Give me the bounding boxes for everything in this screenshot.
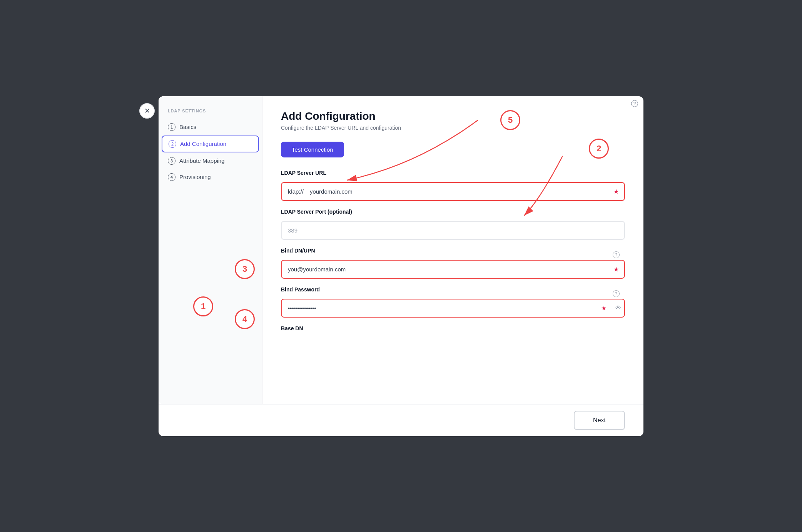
eye-icon[interactable]: 👁 bbox=[612, 304, 624, 311]
sidebar-item-provisioning-label: Provisioning bbox=[179, 174, 211, 180]
page-subtitle: Configure the LDAP Server URL and config… bbox=[281, 125, 625, 131]
bind-dn-label: Bind DN/UPN bbox=[281, 248, 315, 254]
ldap-url-field-wrapper: ldap:// ★ bbox=[281, 182, 625, 201]
step-num-2: 2 bbox=[169, 140, 176, 148]
sidebar-item-provisioning[interactable]: 4 Provisioning bbox=[162, 169, 259, 185]
base-dn-help-icon[interactable]: ? bbox=[631, 100, 638, 107]
sidebar-section-title: LDAP SETTINGS bbox=[159, 109, 262, 113]
modal-container: LDAP SETTINGS 1 Basics 2 Add Configurati… bbox=[159, 96, 643, 436]
annotation-2: 2 bbox=[589, 139, 609, 159]
step-num-3: 3 bbox=[168, 157, 175, 165]
ldap-url-input[interactable] bbox=[304, 183, 608, 200]
sidebar-item-add-configuration-label: Add Configuration bbox=[180, 141, 226, 147]
ldap-url-prefix: ldap:// bbox=[282, 188, 304, 195]
ldap-port-section: LDAP Server Port (optional) ? bbox=[281, 209, 625, 240]
next-button[interactable]: Next bbox=[574, 411, 625, 430]
bind-password-help-icon[interactable]: ? bbox=[613, 290, 620, 297]
ldap-port-label: LDAP Server Port (optional) bbox=[281, 209, 352, 215]
base-dn-label: Base DN bbox=[281, 325, 303, 331]
bind-dn-field-wrapper: ★ bbox=[281, 260, 625, 279]
sidebar-item-basics[interactable]: 1 Basics bbox=[162, 119, 259, 135]
bind-dn-required-icon: ★ bbox=[608, 266, 624, 273]
ldap-port-input[interactable] bbox=[282, 222, 624, 239]
sidebar-item-attribute-mapping-label: Attribute Mapping bbox=[179, 157, 225, 164]
bind-password-section: 4 Bind Password ? bbox=[281, 286, 625, 318]
bind-password-label: Bind Password bbox=[281, 286, 320, 293]
ldap-url-label: LDAP Server URL bbox=[281, 170, 326, 176]
bind-dn-input[interactable] bbox=[282, 261, 608, 278]
close-icon: ✕ bbox=[144, 107, 150, 115]
bind-dn-help-icon[interactable]: ? bbox=[613, 251, 620, 258]
ldap-url-required-icon: ★ bbox=[608, 188, 624, 195]
sidebar-item-add-configuration[interactable]: 2 Add Configuration bbox=[162, 136, 259, 152]
step-num-1: 1 bbox=[168, 123, 175, 131]
ldap-url-section: LDAP Server URL ? ldap:// ★ bbox=[281, 170, 625, 201]
ldap-port-field-wrapper bbox=[281, 221, 625, 240]
page-title: Add Configuration bbox=[281, 110, 625, 122]
base-dn-section: Base DN ? bbox=[281, 325, 625, 338]
bind-password-required-icon: ★ bbox=[596, 304, 612, 312]
step-num-4: 4 bbox=[168, 173, 175, 181]
modal-footer: Next bbox=[159, 404, 643, 436]
bind-password-input[interactable] bbox=[282, 299, 596, 317]
close-button[interactable]: ✕ bbox=[139, 103, 155, 119]
bind-dn-section: 3 Bind DN/UPN ? bbox=[281, 248, 625, 279]
bind-password-field-wrapper: ★ 👁 bbox=[281, 299, 625, 318]
sidebar: LDAP SETTINGS 1 Basics 2 Add Configurati… bbox=[159, 96, 262, 404]
sidebar-item-basics-label: Basics bbox=[179, 124, 196, 130]
main-content: 5 2 bbox=[262, 96, 643, 404]
test-connection-button[interactable]: Test Connection bbox=[281, 142, 344, 157]
sidebar-item-attribute-mapping[interactable]: 3 Attribute Mapping bbox=[162, 153, 259, 169]
